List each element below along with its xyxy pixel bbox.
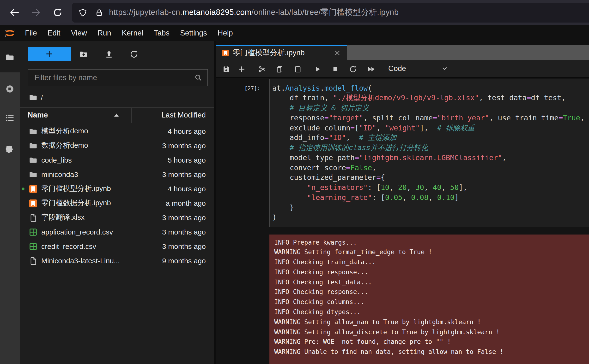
menu-file[interactable]: File (20, 25, 42, 41)
log-line: WARNING Setting format_time_edge to True… (274, 248, 589, 258)
running-kernels-icon[interactable] (5, 84, 14, 93)
file-row[interactable]: 字段翻译.xlsx3 months ago (20, 210, 214, 225)
log-line: WARNING Setting allow_discrete to True b… (274, 327, 589, 337)
log-line: INFO Checking dtypes... (274, 307, 589, 318)
sort-ascending-icon[interactable] (113, 112, 120, 117)
tab-close-icon[interactable] (334, 49, 341, 57)
folder-icon (29, 141, 37, 150)
file-name[interactable]: 零门槛模型分析.ipynb (41, 184, 111, 193)
restart-run-all-icon[interactable] (367, 65, 375, 73)
kernel-running-dot (22, 188, 25, 190)
interrupt-kernel-icon[interactable] (331, 65, 339, 73)
file-modified: 3 months ago (162, 242, 206, 250)
tracking-protection-shield-icon[interactable] (79, 8, 87, 17)
menu-run[interactable]: Run (92, 25, 116, 41)
code-cell[interactable]: [27]: at.Analysis.model_flow( df_train, … (215, 79, 589, 227)
file-row[interactable]: 零门槛模型分析.ipynb4 hours ago (20, 182, 214, 196)
restart-kernel-icon[interactable] (349, 65, 357, 73)
new-folder-icon[interactable] (79, 50, 88, 58)
code-line: df_train, "./模型分析demo/v9-lgb/v9-lgb.xlsx… (272, 93, 589, 103)
file-name[interactable]: 字段翻译.xlsx (41, 213, 85, 222)
file-row[interactable]: miniconda33 months ago (20, 167, 214, 182)
tab-title: 零门槛模型分析.ipynb (233, 48, 305, 58)
code-line: exclude_column=["ID", "weight"], # 排除权重 (272, 123, 589, 133)
notebook-tab[interactable]: 零门槛模型分析.ipynb (215, 45, 347, 60)
code-line: convert_score=False, (272, 163, 589, 173)
file-row[interactable]: Miniconda3-latest-Linu...9 months ago (20, 254, 214, 268)
file-row[interactable]: application_record.csv3 months ago (20, 225, 214, 239)
breadcrumb[interactable]: / (29, 93, 43, 102)
file-name[interactable]: 数据分析demo (41, 141, 88, 150)
tab-bar-empty (347, 45, 589, 60)
menu-view[interactable]: View (66, 25, 92, 41)
paste-cells-icon[interactable] (294, 65, 301, 73)
save-icon[interactable] (222, 65, 230, 73)
code-line: ) (272, 213, 589, 223)
menubar-items: FileEditViewRunKernelTabsSettingsHelp (20, 25, 238, 41)
refresh-file-list-icon[interactable] (130, 50, 138, 58)
browser-forward-button[interactable] (31, 8, 41, 17)
file-name[interactable]: Miniconda3-latest-Linu... (41, 257, 120, 265)
filter-placeholder: Filter files by name (28, 73, 194, 82)
search-icon (194, 74, 202, 82)
column-header-modified[interactable]: Last Modified (162, 110, 206, 119)
file-row[interactable]: 零门槛数据分析.ipynba month ago (20, 196, 214, 210)
code-line: at.Analysis.model_flow( (272, 83, 589, 93)
menu-help[interactable]: Help (212, 25, 238, 41)
log-line: INFO Checking response... (274, 268, 589, 278)
browser-address-bar[interactable]: https://jupyterlab-cn.metanoia8295.com/o… (72, 3, 589, 22)
menu-settings[interactable]: Settings (175, 25, 212, 41)
code-line: # 指定使用训练的class并不进行打分转化 (272, 143, 589, 153)
file-modified: 3 months ago (162, 228, 206, 236)
breadcrumb-root[interactable]: / (41, 93, 43, 101)
file-modified: a month ago (166, 199, 206, 207)
file-modified: 4 hours ago (168, 185, 206, 193)
file-name[interactable]: code_libs (41, 156, 72, 164)
cell-type-value: Code (388, 64, 406, 73)
cell-type-dropdown[interactable]: Code (388, 60, 406, 77)
folder-icon (29, 156, 37, 164)
file-browser-panel: Filter files by name / Name Last Modifie… (20, 41, 214, 364)
filter-files-input[interactable]: Filter files by name (28, 69, 208, 86)
menu-edit[interactable]: Edit (42, 25, 66, 41)
new-launcher-button[interactable] (28, 47, 71, 61)
cut-cells-icon[interactable] (258, 65, 266, 73)
file-row[interactable]: credit_record.csv3 months ago (20, 239, 214, 254)
url-text: https://jupyterlab-cn.metanoia8295.com/o… (109, 7, 399, 18)
file-name[interactable]: miniconda3 (41, 170, 78, 178)
file-row[interactable]: 数据分析demo3 months ago (20, 138, 214, 153)
log-line: WARNING Pre: WOE_ not found, change pre … (274, 337, 589, 347)
run-cell-icon[interactable] (313, 65, 321, 73)
insert-cell-icon[interactable] (237, 65, 245, 73)
file-row[interactable]: 模型分析demo4 hours ago (20, 124, 214, 138)
code-line: customized_parameter={ (272, 173, 589, 183)
jupyterlab-menubar: FileEditViewRunKernelTabsSettingsHelp (0, 25, 589, 41)
column-header-name[interactable]: Name (28, 110, 48, 119)
csv-icon (29, 228, 37, 236)
tab-bar: 零门槛模型分析.ipynb (215, 41, 589, 60)
file-name[interactable]: 模型分析demo (41, 127, 88, 136)
main-dock: 零门槛模型分析.ipynb (215, 41, 589, 364)
cell-editor[interactable]: at.Analysis.model_flow( df_train, "./模型分… (269, 79, 589, 227)
lock-icon[interactable] (95, 8, 103, 17)
file-browser-icon[interactable] (5, 53, 14, 62)
browser-reload-button[interactable] (53, 8, 62, 17)
copy-cells-icon[interactable] (276, 65, 284, 73)
code-line: "n_estimators": [10, 20, 30, 40, 50], (272, 183, 589, 193)
code-line: } (272, 203, 589, 213)
upload-icon[interactable] (105, 50, 113, 58)
file-name[interactable]: application_record.csv (41, 228, 113, 236)
table-of-contents-icon[interactable] (5, 113, 14, 122)
file-name[interactable]: 零门槛数据分析.ipynb (41, 199, 111, 208)
notebook-area: [27]: at.Analysis.model_flow( df_train, … (215, 78, 589, 364)
file-name[interactable]: credit_record.csv (41, 242, 96, 250)
browser-back-button[interactable] (10, 8, 19, 17)
log-line: INFO Checking columns... (274, 298, 589, 308)
jupyter-logo (4, 29, 15, 37)
menu-kernel[interactable]: Kernel (116, 25, 149, 41)
home-folder-icon[interactable] (29, 93, 37, 102)
log-line: INFO Prepare kwargs... (274, 238, 589, 248)
extension-manager-icon[interactable] (5, 144, 14, 153)
file-row[interactable]: code_libs5 hours ago (20, 153, 214, 167)
menu-tabs[interactable]: Tabs (149, 25, 175, 41)
